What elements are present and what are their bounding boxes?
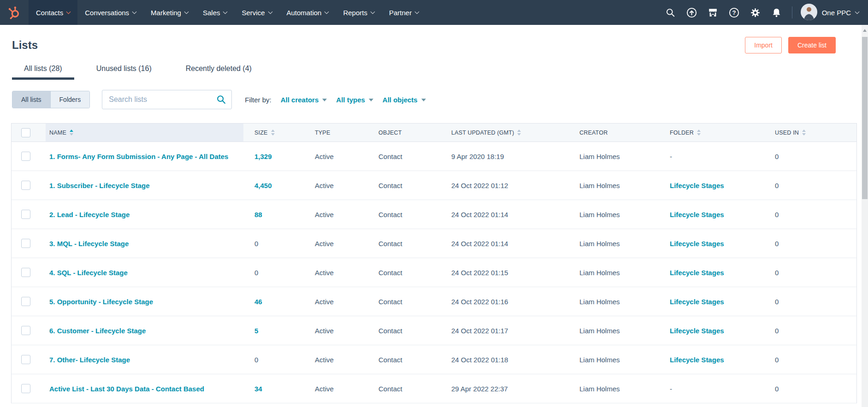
list-folder[interactable]: Lifecycle Stages: [670, 269, 724, 277]
row-checkbox[interactable]: [21, 181, 30, 190]
list-name-link[interactable]: 3. MQL - Lifecycle Stage: [49, 240, 129, 248]
tab-unused-lists[interactable]: Unused lists (16): [84, 65, 164, 80]
import-button[interactable]: Import: [745, 37, 782, 53]
list-name-link[interactable]: 5. Opportunity - Lifecycle Stage: [49, 298, 153, 306]
column-header-type[interactable]: TYPE: [304, 124, 367, 142]
list-folder: -: [670, 385, 672, 393]
nav-item-sales[interactable]: Sales: [195, 0, 235, 25]
list-size[interactable]: 4,450: [254, 182, 272, 189]
nav-item-marketing[interactable]: Marketing: [143, 0, 195, 25]
nav-item-contacts[interactable]: Contacts: [29, 0, 77, 25]
marketplace-icon[interactable]: [703, 0, 724, 25]
nav-item-reports[interactable]: Reports: [336, 0, 382, 25]
account-menu[interactable]: One PPC: [801, 4, 859, 22]
nav-item-service[interactable]: Service: [234, 0, 279, 25]
tab-all-lists[interactable]: All lists (28): [12, 65, 74, 80]
hubspot-logo-icon[interactable]: [0, 0, 29, 25]
list-name-link[interactable]: Active List - Last 30 Days Data - Contac…: [49, 385, 204, 393]
list-used-in: 0: [775, 182, 779, 189]
column-header-last-updated[interactable]: LAST UPDATED (GMT): [440, 124, 568, 142]
list-folder[interactable]: Lifecycle Stages: [670, 211, 724, 218]
list-object: Contact: [378, 153, 402, 160]
row-checkbox[interactable]: [21, 239, 30, 248]
row-checkbox[interactable]: [21, 384, 30, 393]
list-size: 0: [254, 269, 258, 277]
list-size[interactable]: 5: [254, 327, 258, 335]
table-row: 3. MQL - Lifecycle Stage 0 Active Contac…: [12, 229, 856, 258]
top-nav: Contacts Conversations Marketing Sales S…: [0, 0, 868, 25]
scroll-up-arrow-icon[interactable]: [863, 29, 867, 32]
sort-arrows-icon: [271, 130, 275, 136]
row-checkbox[interactable]: [21, 152, 30, 161]
nav-item-automation[interactable]: Automation: [279, 0, 336, 25]
list-size: 0: [254, 240, 258, 248]
nav-item-partner[interactable]: Partner: [382, 0, 426, 25]
list-size[interactable]: 34: [254, 385, 262, 393]
settings-gear-icon[interactable]: [745, 0, 766, 25]
list-used-in: 0: [775, 153, 779, 160]
page-scrollbar[interactable]: [862, 25, 868, 407]
list-folder[interactable]: Lifecycle Stages: [670, 356, 724, 364]
avatar: [801, 4, 817, 22]
chevron-down-icon: [325, 9, 329, 14]
list-name-link[interactable]: 2. Lead - Lifecycle Stage: [49, 211, 130, 218]
table-row: 5. Opportunity - Lifecycle Stage 46 Acti…: [12, 287, 856, 316]
list-updated: 24 Oct 2022 01:16: [451, 298, 508, 306]
list-size[interactable]: 46: [254, 298, 262, 306]
list-name-link[interactable]: 4. SQL - Lifecycle Stage: [49, 269, 128, 277]
table-row: 7. Other- Lifecycle Stage 0 Active Conta…: [12, 345, 856, 374]
account-name: One PPC: [822, 9, 851, 17]
table-row: 4. SQL - Lifecycle Stage 0 Active Contac…: [12, 258, 856, 287]
list-object: Contact: [378, 240, 402, 248]
scrollbar-thumb[interactable]: [862, 37, 868, 199]
column-header-creator[interactable]: CREATOR: [568, 124, 659, 142]
list-name-link[interactable]: 1. Subscriber - Lifecycle Stage: [49, 182, 150, 189]
toggle-folders[interactable]: Folders: [50, 91, 90, 108]
column-header-used-in[interactable]: USED IN: [764, 124, 835, 142]
column-header-name[interactable]: NAME: [46, 124, 243, 142]
list-size[interactable]: 1,329: [254, 153, 272, 160]
list-folder[interactable]: Lifecycle Stages: [670, 182, 724, 189]
row-checkbox[interactable]: [21, 355, 30, 364]
list-type: Active: [315, 240, 334, 248]
notifications-bell-icon[interactable]: [766, 0, 787, 25]
row-checkbox[interactable]: [21, 210, 30, 219]
column-header-folder[interactable]: FOLDER: [659, 124, 764, 142]
list-updated: 24 Oct 2022 01:12: [451, 182, 508, 189]
list-name-link[interactable]: 7. Other- Lifecycle Stage: [49, 356, 130, 364]
list-name-link[interactable]: 1. Forms- Any Form Submission - Any Page…: [49, 153, 228, 160]
view-toggle: All lists Folders: [12, 91, 90, 108]
search-icon[interactable]: [660, 0, 681, 25]
filter-dropdown-types[interactable]: All types: [336, 96, 373, 104]
filter-dropdown-objects[interactable]: All objects: [383, 96, 426, 104]
list-used-in: 0: [775, 385, 779, 393]
sort-arrows-icon: [517, 130, 521, 136]
table-body: 1. Forms- Any Form Submission - Any Page…: [12, 142, 856, 403]
toggle-all-lists[interactable]: All lists: [12, 91, 50, 108]
help-icon[interactable]: ?: [724, 0, 745, 25]
select-all-checkbox[interactable]: [21, 128, 30, 137]
chevron-down-icon: [223, 9, 228, 14]
nav-item-conversations[interactable]: Conversations: [77, 0, 143, 25]
list-folder[interactable]: Lifecycle Stages: [670, 240, 724, 248]
row-checkbox[interactable]: [21, 268, 30, 277]
list-size[interactable]: 88: [254, 211, 262, 218]
list-folder[interactable]: Lifecycle Stages: [670, 298, 724, 306]
search-icon[interactable]: [216, 94, 226, 106]
chevron-down-icon: [369, 99, 373, 101]
upgrade-icon[interactable]: [681, 0, 703, 25]
column-header-object[interactable]: OBJECT: [367, 124, 440, 142]
row-checkbox[interactable]: [21, 297, 30, 306]
list-object: Contact: [378, 385, 402, 393]
list-type: Active: [315, 385, 334, 393]
list-name-link[interactable]: 6. Customer - Lifecycle Stage: [49, 327, 146, 335]
list-updated: 29 Apr 2022 22:37: [451, 385, 508, 393]
row-checkbox[interactable]: [21, 326, 30, 335]
tab-recently-deleted[interactable]: Recently deleted (4): [174, 65, 264, 80]
sort-arrows-icon: [70, 130, 73, 136]
list-folder[interactable]: Lifecycle Stages: [670, 327, 724, 335]
filter-dropdown-creators[interactable]: All creators: [281, 96, 327, 104]
column-header-size[interactable]: SIZE: [243, 124, 304, 142]
create-list-button[interactable]: Create list: [788, 37, 836, 53]
search-input[interactable]: [102, 90, 232, 109]
